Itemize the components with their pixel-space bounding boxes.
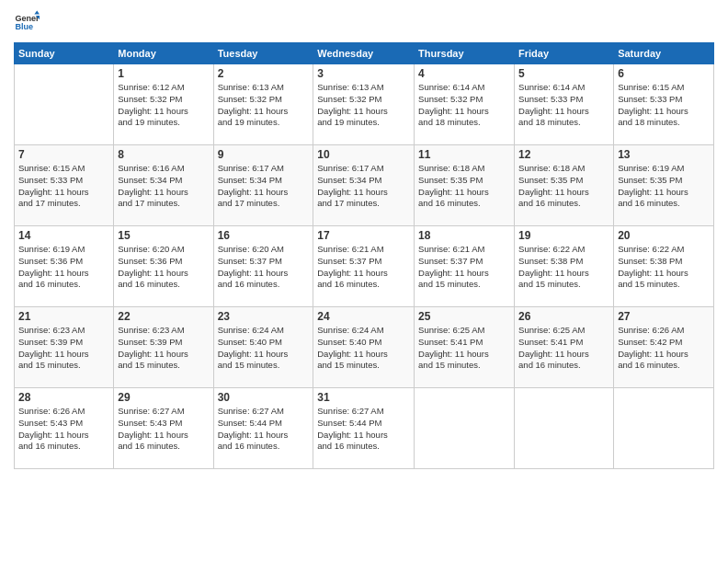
week-row-1: 1Sunrise: 6:12 AM Sunset: 5:32 PM Daylig… [15,64,714,145]
header-day-monday: Monday [114,43,213,64]
day-number: 18 [418,229,510,242]
day-info: Sunrise: 6:16 AM Sunset: 5:34 PM Dayligh… [118,163,209,210]
day-info: Sunrise: 6:25 AM Sunset: 5:41 PM Dayligh… [418,325,510,372]
day-number: 21 [18,310,109,323]
day-number: 20 [618,229,710,242]
day-number: 31 [317,391,410,404]
day-number: 26 [518,310,609,323]
header-day-tuesday: Tuesday [213,43,313,64]
day-number: 29 [118,391,209,404]
day-cell: 23Sunrise: 6:24 AM Sunset: 5:40 PM Dayli… [213,307,313,388]
day-info: Sunrise: 6:24 AM Sunset: 5:40 PM Dayligh… [317,325,410,372]
day-cell: 5Sunrise: 6:14 AM Sunset: 5:33 PM Daylig… [515,64,614,145]
day-number: 11 [418,148,510,161]
day-cell: 1Sunrise: 6:12 AM Sunset: 5:32 PM Daylig… [114,64,213,145]
week-row-5: 28Sunrise: 6:26 AM Sunset: 5:43 PM Dayli… [15,388,714,469]
logo-icon: General Blue [14,9,40,35]
day-cell: 21Sunrise: 6:23 AM Sunset: 5:39 PM Dayli… [15,307,114,388]
day-number: 17 [317,229,410,242]
day-number: 25 [418,310,510,323]
day-info: Sunrise: 6:26 AM Sunset: 5:43 PM Dayligh… [18,406,109,453]
day-cell: 9Sunrise: 6:17 AM Sunset: 5:34 PM Daylig… [213,145,313,226]
day-cell: 15Sunrise: 6:20 AM Sunset: 5:36 PM Dayli… [114,226,213,307]
day-cell: 4Sunrise: 6:14 AM Sunset: 5:32 PM Daylig… [415,64,515,145]
day-cell: 11Sunrise: 6:18 AM Sunset: 5:35 PM Dayli… [415,145,515,226]
day-cell: 27Sunrise: 6:26 AM Sunset: 5:42 PM Dayli… [614,307,714,388]
calendar-body: 1Sunrise: 6:12 AM Sunset: 5:32 PM Daylig… [15,64,714,469]
day-info: Sunrise: 6:15 AM Sunset: 5:33 PM Dayligh… [18,163,109,210]
day-number: 14 [18,229,109,242]
day-info: Sunrise: 6:17 AM Sunset: 5:34 PM Dayligh… [218,163,310,210]
day-number: 27 [618,310,710,323]
day-cell: 18Sunrise: 6:21 AM Sunset: 5:37 PM Dayli… [415,226,515,307]
day-info: Sunrise: 6:23 AM Sunset: 5:39 PM Dayligh… [18,325,109,372]
calendar-table: SundayMondayTuesdayWednesdayThursdayFrid… [14,42,714,469]
week-row-2: 7Sunrise: 6:15 AM Sunset: 5:33 PM Daylig… [15,145,714,226]
svg-text:General: General [15,14,40,23]
logo: General Blue [14,9,43,35]
day-info: Sunrise: 6:25 AM Sunset: 5:41 PM Dayligh… [518,325,609,372]
day-cell: 17Sunrise: 6:21 AM Sunset: 5:37 PM Dayli… [313,226,415,307]
day-number: 12 [518,148,609,161]
week-row-3: 14Sunrise: 6:19 AM Sunset: 5:36 PM Dayli… [15,226,714,307]
calendar-header: SundayMondayTuesdayWednesdayThursdayFrid… [15,43,714,64]
svg-marker-2 [34,10,40,14]
day-cell: 29Sunrise: 6:27 AM Sunset: 5:43 PM Dayli… [114,388,213,469]
day-number: 16 [218,229,310,242]
day-info: Sunrise: 6:19 AM Sunset: 5:36 PM Dayligh… [18,244,109,291]
day-cell: 30Sunrise: 6:27 AM Sunset: 5:44 PM Dayli… [213,388,313,469]
day-cell [614,388,714,469]
day-number: 30 [218,391,310,404]
day-number: 9 [218,148,310,161]
day-number: 28 [18,391,109,404]
day-cell: 25Sunrise: 6:25 AM Sunset: 5:41 PM Dayli… [415,307,515,388]
day-info: Sunrise: 6:18 AM Sunset: 5:35 PM Dayligh… [418,163,510,210]
day-info: Sunrise: 6:24 AM Sunset: 5:40 PM Dayligh… [218,325,310,372]
day-cell: 26Sunrise: 6:25 AM Sunset: 5:41 PM Dayli… [515,307,614,388]
day-cell: 14Sunrise: 6:19 AM Sunset: 5:36 PM Dayli… [15,226,114,307]
day-cell: 19Sunrise: 6:22 AM Sunset: 5:38 PM Dayli… [515,226,614,307]
day-info: Sunrise: 6:27 AM Sunset: 5:43 PM Dayligh… [118,406,209,453]
day-cell: 3Sunrise: 6:13 AM Sunset: 5:32 PM Daylig… [313,64,415,145]
day-number: 13 [618,148,710,161]
day-info: Sunrise: 6:17 AM Sunset: 5:34 PM Dayligh… [317,163,410,210]
day-info: Sunrise: 6:13 AM Sunset: 5:32 PM Dayligh… [218,82,310,129]
day-number: 1 [118,67,209,80]
day-cell: 24Sunrise: 6:24 AM Sunset: 5:40 PM Dayli… [313,307,415,388]
day-info: Sunrise: 6:15 AM Sunset: 5:33 PM Dayligh… [618,82,710,129]
day-cell: 8Sunrise: 6:16 AM Sunset: 5:34 PM Daylig… [114,145,213,226]
day-number: 19 [518,229,609,242]
day-number: 8 [118,148,209,161]
day-cell: 28Sunrise: 6:26 AM Sunset: 5:43 PM Dayli… [15,388,114,469]
header-day-saturday: Saturday [614,43,714,64]
day-info: Sunrise: 6:23 AM Sunset: 5:39 PM Dayligh… [118,325,209,372]
day-cell: 16Sunrise: 6:20 AM Sunset: 5:37 PM Dayli… [213,226,313,307]
day-cell: 13Sunrise: 6:19 AM Sunset: 5:35 PM Dayli… [614,145,714,226]
day-info: Sunrise: 6:14 AM Sunset: 5:33 PM Dayligh… [518,82,609,129]
header-row: SundayMondayTuesdayWednesdayThursdayFrid… [15,43,714,64]
day-number: 22 [118,310,209,323]
day-info: Sunrise: 6:22 AM Sunset: 5:38 PM Dayligh… [618,244,710,291]
page: General Blue SundayMondayTuesdayWednesda… [0,0,728,563]
day-number: 4 [418,67,510,80]
week-row-4: 21Sunrise: 6:23 AM Sunset: 5:39 PM Dayli… [15,307,714,388]
header-day-thursday: Thursday [415,43,515,64]
day-info: Sunrise: 6:12 AM Sunset: 5:32 PM Dayligh… [118,82,209,129]
day-number: 23 [218,310,310,323]
day-number: 15 [118,229,209,242]
day-info: Sunrise: 6:27 AM Sunset: 5:44 PM Dayligh… [317,406,410,453]
day-number: 2 [218,67,310,80]
day-number: 24 [317,310,410,323]
day-cell: 2Sunrise: 6:13 AM Sunset: 5:32 PM Daylig… [213,64,313,145]
header-day-friday: Friday [515,43,614,64]
day-cell: 6Sunrise: 6:15 AM Sunset: 5:33 PM Daylig… [614,64,714,145]
day-info: Sunrise: 6:14 AM Sunset: 5:32 PM Dayligh… [418,82,510,129]
day-info: Sunrise: 6:13 AM Sunset: 5:32 PM Dayligh… [317,82,410,129]
header-day-sunday: Sunday [15,43,114,64]
day-info: Sunrise: 6:26 AM Sunset: 5:42 PM Dayligh… [618,325,710,372]
day-info: Sunrise: 6:19 AM Sunset: 5:35 PM Dayligh… [618,163,710,210]
header-day-wednesday: Wednesday [313,43,415,64]
day-info: Sunrise: 6:18 AM Sunset: 5:35 PM Dayligh… [518,163,609,210]
day-number: 10 [317,148,410,161]
day-number: 3 [317,67,410,80]
